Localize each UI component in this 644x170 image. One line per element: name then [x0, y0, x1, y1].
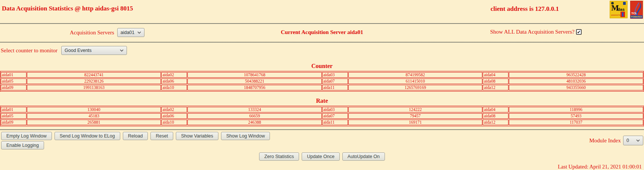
current-acquisition-server-text: Current Acquisition Server aida01 [281, 29, 363, 35]
counter-value-cell: 481032036 [509, 78, 643, 84]
chevron-down-icon [137, 31, 141, 34]
table-row: aida01 822443741 aida02 1078641768 aida0… [1, 72, 643, 78]
server-name-cell: aida01 [1, 107, 27, 112]
rate-value-cell: 130040 [27, 107, 161, 112]
module-index-label: Module Index [589, 137, 621, 144]
acquisition-servers-label: Acquisition Servers [70, 30, 114, 36]
server-name-cell: aida04 [483, 72, 508, 78]
server-name-cell: aida11 [322, 120, 348, 125]
reset-button[interactable]: Reset [150, 132, 173, 140]
client-address: client address is 127.0.0.1 [491, 5, 559, 13]
counter-monitor-row: Select counter to monitor Good Events [0, 43, 644, 58]
reload-button[interactable]: Reload [123, 132, 148, 140]
midas-powered-by-text: powered by [611, 14, 621, 16]
counter-value-cell: 822443741 [27, 72, 161, 78]
counter-value-cell: 1848707956 [187, 85, 322, 90]
server-name-cell: aida02 [161, 107, 187, 112]
acquisition-server-selected-value: aida01 [121, 30, 135, 35]
rate-value-cell: 124222 [348, 107, 483, 112]
tcl-powered-text: POWERED [631, 15, 643, 18]
counter-value-cell: 229238126 [27, 78, 161, 84]
module-index-select[interactable]: 0 [623, 136, 643, 145]
table-row: aida05 229238126 aida06 504388221 aida07… [1, 78, 643, 84]
statistics-actions: Zero Statistics Update Once AutoUpdate O… [0, 152, 644, 161]
send-log-window-to-elog-button[interactable]: Send Log Window to ELog [55, 132, 120, 140]
show-all-servers-checkbox[interactable]: ✔ [576, 29, 582, 35]
rate-table-title: Rate [0, 98, 644, 104]
server-name-cell: aida09 [1, 85, 27, 90]
rate-table: aida01 130040 aida02 133324 aida03 12422… [0, 106, 644, 126]
show-all-servers-label: Show ALL Data Acquisition Servers? [490, 29, 575, 35]
last-updated-text: Last Updated: April 21, 2021 01:00:01 [0, 164, 644, 170]
rate-value-cell: 246388 [187, 120, 322, 125]
rate-value-cell: 133324 [187, 107, 322, 112]
server-name-cell: aida08 [483, 113, 508, 119]
server-name-cell: aida10 [161, 85, 187, 90]
counter-value-cell: 611415010 [348, 78, 483, 84]
server-name-cell: aida07 [322, 113, 348, 119]
update-once-button[interactable]: Update Once [302, 152, 340, 161]
counter-value-cell: 943355660 [509, 85, 643, 90]
server-name-cell: aida04 [483, 107, 508, 112]
server-name-cell: aida05 [1, 113, 27, 119]
counter-table: aida01 822443741 aida02 1078641768 aida0… [0, 71, 644, 92]
page-title: Data Acquisition Statistics @ http aidas… [2, 5, 133, 12]
server-name-cell: aida12 [483, 85, 508, 90]
table-row: aida01 130040 aida02 133324 aida03 12422… [1, 107, 643, 112]
server-name-cell: aida02 [161, 72, 187, 78]
divider [0, 129, 644, 130]
counter-value-cell: 504388221 [187, 78, 322, 84]
server-name-cell: aida03 [322, 72, 348, 78]
chevron-down-icon [636, 139, 640, 142]
zero-statistics-button[interactable]: Zero Statistics [259, 152, 299, 161]
server-name-cell: aida03 [322, 107, 348, 112]
counter-type-select[interactable]: Good Events [61, 46, 127, 55]
tcl-logo-text: TCL [631, 12, 637, 15]
counter-value-cell: 963522428 [509, 72, 643, 78]
counter-type-selected-value: Good Events [65, 48, 91, 53]
server-name-cell: aida10 [161, 120, 187, 125]
show-variables-button[interactable]: Show Variables [176, 132, 218, 140]
module-index-selected-value: 0 [626, 138, 629, 143]
server-name-cell: aida08 [483, 78, 508, 84]
server-name-cell: aida11 [322, 85, 348, 90]
rate-value-cell: 66659 [187, 113, 322, 119]
rate-value-cell: 57493 [509, 113, 643, 119]
chevron-down-icon [120, 49, 124, 52]
acquisition-server-row: Acquisition Servers aida01 Current Acqui… [0, 24, 644, 42]
server-name-cell: aida12 [483, 120, 508, 125]
toolbar: Empty Log Window Send Log Window to ELog… [0, 132, 644, 149]
midas-logo-text: idas [616, 7, 625, 12]
rate-value-cell: 169171 [348, 120, 483, 125]
counter-value-cell: 874199582 [348, 72, 483, 78]
select-counter-label: Select counter to monitor [1, 47, 57, 54]
rate-value-cell: 265881 [27, 120, 161, 125]
enable-logging-button[interactable]: Enable Logging [1, 141, 44, 149]
tcl-powered-logo-icon[interactable]: TCL POWERED [630, 1, 643, 19]
server-name-cell: aida06 [161, 78, 187, 84]
counter-value-cell: 1991138163 [27, 85, 161, 90]
counter-table-title: Counter [0, 63, 644, 69]
table-row: aida05 45183 aida06 66659 aida07 79457 a… [1, 113, 643, 119]
checkmark-icon: ✔ [577, 30, 581, 34]
counter-value-cell: 1078641768 [187, 72, 322, 78]
counter-value-cell: 1265769169 [348, 85, 483, 90]
show-log-window-button[interactable]: Show Log Window [221, 132, 270, 140]
empty-log-window-button[interactable]: Empty Log Window [1, 132, 52, 140]
midas-logo-icon[interactable]: M idas powered by [610, 1, 628, 18]
autoupdate-on-button[interactable]: AutoUpdate On [342, 152, 385, 161]
logos: M idas powered by TCL POWERED [610, 1, 643, 19]
server-name-cell: aida09 [1, 120, 27, 125]
table-row: aida09 1991138163 aida10 1848707956 aida… [1, 85, 643, 90]
server-name-cell: aida01 [1, 72, 27, 78]
midas-emblem-right-icon [623, 2, 626, 5]
server-name-cell: aida05 [1, 78, 27, 84]
table-row: aida09 265881 aida10 246388 aida11 16917… [1, 120, 643, 125]
server-name-cell: aida07 [322, 78, 348, 84]
midas-figure-icon [620, 12, 625, 17]
rate-value-cell: 45183 [27, 113, 161, 119]
rate-value-cell: 117037 [509, 120, 643, 125]
header: Data Acquisition Statistics @ http aidas… [0, 0, 644, 23]
acquisition-server-select[interactable]: aida01 [117, 28, 145, 37]
rate-value-cell: 79457 [348, 113, 483, 119]
